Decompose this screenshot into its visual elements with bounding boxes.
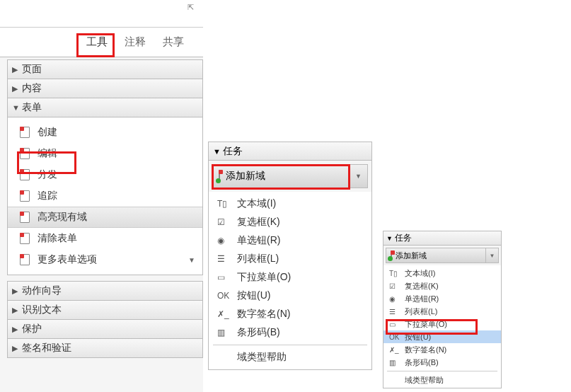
text-field-icon: T▯ xyxy=(389,270,402,277)
item-label: 分发 xyxy=(38,168,57,181)
menu-dropdown[interactable]: ▭下拉菜单(O) xyxy=(209,268,371,287)
menu-help-small[interactable]: 域类型帮助 xyxy=(383,374,501,386)
form-distribute[interactable]: 分发 xyxy=(8,164,202,185)
menu-text-field[interactable]: T▯文本域(I) xyxy=(209,195,371,213)
menu-label: 数字签名(N) xyxy=(237,308,290,321)
edit-icon xyxy=(18,148,32,159)
menu-radio-small[interactable]: ◉单选钮(R) xyxy=(383,292,501,305)
menu-label: 域类型帮助 xyxy=(405,375,444,386)
section-sign-cert[interactable]: ▶签名和验证 xyxy=(7,338,203,358)
section-label: 保护 xyxy=(22,323,42,335)
add-field-icon xyxy=(391,251,392,260)
menu-label: 单选钮(R) xyxy=(405,294,439,304)
form-track[interactable]: 追踪 xyxy=(8,185,202,207)
text-field-icon: T▯ xyxy=(217,199,233,209)
form-clear[interactable]: 清除表单 xyxy=(8,228,202,249)
dropdown-icon: ▭ xyxy=(217,272,233,282)
menu-label: 文本域(I) xyxy=(237,197,276,210)
detach-icon[interactable]: ⇱ xyxy=(188,3,197,13)
chevron-right-icon: ▶ xyxy=(12,287,22,296)
menu-text-field-small[interactable]: T▯文本域(I) xyxy=(383,267,501,279)
item-label: 清除表单 xyxy=(38,232,77,245)
menu-listbox-small[interactable]: ☰列表框(L) xyxy=(383,305,501,318)
form-highlight[interactable]: 高亮现有域 xyxy=(8,207,202,228)
menu-checkbox[interactable]: ☑复选框(K) xyxy=(209,213,371,231)
menu-label: 下拉菜单(O) xyxy=(405,319,447,330)
menu-label: 复选框(K) xyxy=(405,281,439,292)
button-icon: OK xyxy=(389,333,402,341)
item-label: 更多表单选项 xyxy=(38,253,97,266)
item-label: 创建 xyxy=(38,126,57,139)
section-content[interactable]: ▶内容 xyxy=(7,79,203,98)
field-type-menu-small: T▯文本域(I) ☑复选框(K) ◉单选钮(R) ☰列表框(L) ▭下拉菜单(O… xyxy=(383,265,501,388)
tools-sidebar: ⇱ 工具 注释 共享 ▶页面 ▶内容 ▼表单 创建 编辑 分发 追踪 高亮现有域… xyxy=(0,0,203,392)
section-label: 动作向导 xyxy=(22,284,62,297)
section-page[interactable]: ▶页面 xyxy=(7,59,203,79)
section-label: 内容 xyxy=(22,82,42,95)
add-field-dropdown[interactable]: 添加新域 ▼ xyxy=(212,164,368,188)
menu-label: 按钮(U) xyxy=(405,332,431,342)
item-label: 高亮现有域 xyxy=(38,211,87,224)
barcode-icon: ▥ xyxy=(217,328,233,338)
track-icon xyxy=(18,190,32,202)
menu-label: 下拉菜单(O) xyxy=(237,271,291,284)
top-strip: ⇱ xyxy=(0,0,203,28)
button-icon: OK xyxy=(217,291,233,301)
section-form[interactable]: ▼表单 xyxy=(7,98,203,117)
task-header[interactable]: ▼任务 xyxy=(209,142,371,161)
field-type-menu: T▯文本域(I) ☑复选框(K) ◉单选钮(R) ☰列表框(L) ▭下拉菜单(O… xyxy=(209,192,371,369)
add-field-icon xyxy=(219,171,220,182)
dropdown-toggle[interactable]: ▼ xyxy=(349,165,367,188)
tab-comments[interactable]: 注释 xyxy=(116,31,154,53)
dropdown-icon: ▭ xyxy=(389,321,402,328)
chevron-right-icon: ▶ xyxy=(12,325,22,334)
menu-label: 单选钮(R) xyxy=(237,234,280,247)
chevron-down-icon: ▼ xyxy=(386,235,395,242)
chevron-down-icon: ▼ xyxy=(213,147,223,156)
more-icon xyxy=(18,254,32,265)
form-create[interactable]: 创建 xyxy=(8,122,202,143)
menu-radio[interactable]: ◉单选钮(R) xyxy=(209,231,371,250)
task-title-small: 任务 xyxy=(395,232,412,244)
highlight-icon xyxy=(18,212,32,223)
menu-label: 条形码(B) xyxy=(405,357,439,368)
section-protect[interactable]: ▶保护 xyxy=(7,319,203,339)
item-label: 追踪 xyxy=(38,190,57,202)
tab-share[interactable]: 共享 xyxy=(154,31,192,53)
menu-button[interactable]: OK按钮(U) xyxy=(209,287,371,305)
clear-icon xyxy=(18,233,32,244)
accordion: ▶页面 ▶内容 ▼表单 创建 编辑 分发 追踪 高亮现有域 清除表单 更多表单选… xyxy=(0,59,203,358)
task-title: 任务 xyxy=(223,145,243,158)
menu-dropdown-small[interactable]: ▭下拉菜单(O) xyxy=(383,318,501,330)
chevron-right-icon: ▶ xyxy=(12,65,22,74)
menu-barcode[interactable]: ▥条形码(B) xyxy=(209,323,371,342)
section-label: 签名和验证 xyxy=(22,342,71,354)
section-recognize-text[interactable]: ▶识别文本 xyxy=(7,300,203,320)
signature-icon: ✗_ xyxy=(389,346,402,354)
menu-checkbox-small[interactable]: ☑复选框(K) xyxy=(383,279,501,292)
form-edit[interactable]: 编辑 xyxy=(8,143,202,164)
menu-label: 文本域(I) xyxy=(405,268,435,279)
task-panel: ▼任务 添加新域 ▼ T▯文本域(I) ☑复选框(K) ◉单选钮(R) ☰列表框… xyxy=(208,142,372,370)
section-label: 页面 xyxy=(22,63,42,76)
menu-help[interactable]: 域类型帮助 xyxy=(209,348,371,367)
add-field-label-small: 添加新域 xyxy=(396,250,427,261)
section-label: 识别文本 xyxy=(22,304,62,316)
tab-tools[interactable]: 工具 xyxy=(78,31,116,53)
dropdown-toggle-small[interactable]: ▼ xyxy=(485,248,498,263)
menu-separator xyxy=(387,371,497,371)
menu-signature[interactable]: ✗_数字签名(N) xyxy=(209,305,371,323)
menu-signature-small[interactable]: ✗_数字签名(N) xyxy=(383,343,501,356)
section-action-wizard[interactable]: ▶动作向导 xyxy=(7,281,203,301)
add-field-dropdown-small[interactable]: 添加新域 ▼ xyxy=(386,248,499,263)
chevron-right-icon: ▶ xyxy=(12,84,22,93)
menu-button-small[interactable]: OK按钮(U) xyxy=(383,330,501,343)
menu-label: 按钮(U) xyxy=(237,289,270,302)
menu-listbox[interactable]: ☰列表框(L) xyxy=(209,250,371,268)
form-more[interactable]: 更多表单选项▼ xyxy=(8,249,202,270)
chevron-right-icon: ▶ xyxy=(12,344,22,353)
menu-label: 数字签名(N) xyxy=(405,345,446,355)
menu-barcode-small[interactable]: ▥条形码(B) xyxy=(383,356,501,369)
tab-bar: 工具 注释 共享 xyxy=(0,28,203,57)
task-header-small[interactable]: ▼任务 xyxy=(383,231,501,246)
